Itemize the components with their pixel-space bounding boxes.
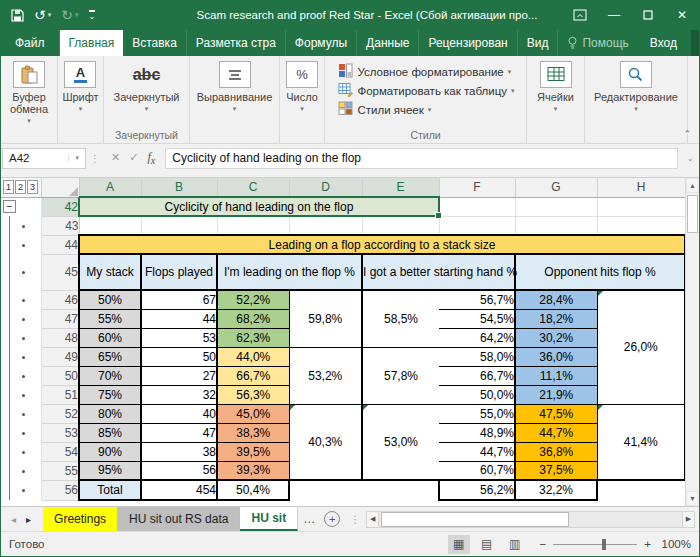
ribbon-tab-Файл[interactable]: Файл [1, 30, 60, 56]
grid-cell[interactable] [439, 197, 515, 216]
save-button[interactable] [11, 9, 24, 22]
grid-cell[interactable]: 53 [141, 328, 217, 347]
grid-cell[interactable]: 11,1% [515, 366, 597, 385]
grid-cell[interactable] [597, 480, 685, 500]
grid-cell[interactable]: 67 [141, 290, 217, 309]
grid-cell[interactable]: 53,0% [362, 404, 439, 480]
grid-cell[interactable]: 75% [79, 385, 141, 404]
grid-cell[interactable]: 44,0% [217, 347, 289, 366]
grid-cell[interactable]: 60,7% [439, 461, 515, 480]
row-header-55[interactable]: 55 [41, 461, 79, 480]
grid-cell[interactable]: 60% [79, 328, 141, 347]
grid-cell[interactable] [362, 480, 439, 500]
outline-collapse-button[interactable]: − [1, 197, 41, 216]
scroll-right-icon[interactable]: ▶ [682, 511, 695, 528]
sheet-tab-HU sit out RS data[interactable]: HU sit out RS data [118, 507, 240, 531]
grid-cell[interactable]: 32,2% [515, 480, 597, 500]
grid-cell[interactable]: 52,2% [217, 290, 289, 309]
grid-cell[interactable]: 58,0% [439, 347, 515, 366]
name-box[interactable]: A42 ▾ [2, 148, 86, 169]
outline-level-2-button[interactable]: 2 [15, 180, 26, 194]
grid-cell[interactable]: 70% [79, 366, 141, 385]
grid-cell[interactable]: 66,7% [217, 366, 289, 385]
grid-cell[interactable]: Cyclicity of hand leading on the flop [79, 197, 439, 216]
grid-cell[interactable]: 48,9% [439, 423, 515, 442]
ribbon-button-Ячейки[interactable]: Ячейки▾ [537, 61, 574, 113]
collapse-ribbon-icon[interactable]: ⌃ [683, 129, 691, 139]
ribbon-tab-Общий доступ[interactable]: Общий доступ [691, 30, 700, 56]
formula-bar-splitter[interactable]: ⋮ [90, 153, 101, 164]
grid-cell[interactable] [141, 216, 217, 235]
grid-cell[interactable] [515, 216, 597, 235]
tab-scroll-divider[interactable]: ⋮ [350, 514, 360, 525]
row-header-47[interactable]: 47 [41, 309, 79, 328]
grid-cell[interactable]: I'm leading on the flop % [217, 254, 362, 290]
sheet-tab-HU sit[interactable]: HU sit [240, 507, 298, 531]
grid-cell[interactable] [439, 216, 515, 235]
ribbon-tab-Вход[interactable]: Вход [638, 30, 689, 56]
row-header-49[interactable]: 49 [41, 347, 79, 366]
ribbon-tab-Разметка стра[interactable]: Разметка стра [187, 30, 286, 56]
row-header-48[interactable]: 48 [41, 328, 79, 347]
grid-cell[interactable]: 26,0% [597, 290, 685, 404]
insert-function-icon[interactable]: fx [147, 150, 155, 166]
column-header-B[interactable]: B [141, 178, 217, 197]
maximize-button[interactable] [631, 0, 665, 30]
grid-cell[interactable]: 66,7% [439, 366, 515, 385]
ribbon-tab-Вид[interactable]: Вид [518, 30, 559, 56]
row-header-51[interactable]: 51 [41, 385, 79, 404]
name-box-dropdown-icon[interactable]: ▾ [68, 154, 85, 162]
grid-cell[interactable]: 36,0% [515, 347, 597, 366]
grid-cell[interactable]: Flops played [141, 254, 217, 290]
grid-cell[interactable]: 40 [141, 404, 217, 423]
grid-cell[interactable]: 50,0% [439, 385, 515, 404]
close-button[interactable]: ✕ [665, 0, 699, 30]
grid-cell[interactable]: 57,8% [362, 347, 439, 404]
grid-cell[interactable]: 54,5% [439, 309, 515, 328]
ribbon-button-Редактирование[interactable]: Редактирование▾ [594, 61, 678, 113]
vertical-scrollbar[interactable]: ▲ ▼ [685, 178, 699, 506]
horizontal-scroll-thumb[interactable] [381, 512, 569, 527]
ribbon-display-options-button[interactable] [563, 0, 597, 30]
column-header-C[interactable]: C [217, 178, 289, 197]
grid-cell[interactable]: 55,0% [439, 404, 515, 423]
grid-cell[interactable]: 56,2% [439, 480, 515, 500]
ribbon-button-Шрифт[interactable]: АШрифт▾ [62, 61, 98, 113]
grid-cell[interactable]: Leading on a flop according to a stack s… [79, 235, 685, 254]
sheet-tab-…[interactable]: … [298, 507, 320, 531]
grid-cell[interactable]: 62,3% [217, 328, 289, 347]
grid-cell[interactable]: Total [79, 480, 141, 500]
grid-cell[interactable]: 40,3% [289, 404, 362, 480]
zoom-out-icon[interactable]: − [540, 538, 547, 550]
grid-cell[interactable] [217, 216, 289, 235]
ribbon-button-Буфер обмена[interactable]: Буфер обмена▾ [1, 61, 57, 125]
row-header-54[interactable]: 54 [41, 442, 79, 461]
next-sheet-icon[interactable]: ▸ [26, 514, 31, 525]
ribbon-tab-Формулы[interactable]: Формулы [286, 30, 357, 56]
grid-cell[interactable]: 38,3% [217, 423, 289, 442]
grid-cell[interactable]: 56 [141, 461, 217, 480]
ribbon-tab-Помощь[interactable]: Помощь [558, 30, 637, 56]
row-header-45[interactable]: 45 [41, 254, 79, 290]
grid-cell[interactable]: 80% [79, 404, 141, 423]
grid-cell[interactable]: 50 [141, 347, 217, 366]
column-header-A[interactable]: A [79, 178, 141, 197]
grid-cell[interactable] [515, 197, 597, 216]
grid-cell[interactable]: 41,4% [597, 404, 685, 480]
grid-cell[interactable]: 28,4% [515, 290, 597, 309]
column-header-F[interactable]: F [439, 178, 515, 197]
grid-cell[interactable]: 38 [141, 442, 217, 461]
grid-cell[interactable] [362, 216, 439, 235]
grid-cell[interactable]: 39,5% [217, 442, 289, 461]
grid-cell[interactable]: 30,2% [515, 328, 597, 347]
grid-cell[interactable]: 21,9% [515, 385, 597, 404]
page-break-view-icon[interactable]: ▥ [504, 535, 526, 554]
row-header-53[interactable]: 53 [41, 423, 79, 442]
ribbon-menu-Условное форматирование[interactable]: Условное форматирование▾ [338, 63, 511, 80]
zoom-slider-thumb[interactable] [602, 539, 606, 550]
horizontal-scroll-track[interactable] [379, 511, 682, 528]
undo-button[interactable]: ↺▾ [34, 8, 51, 22]
row-header-43[interactable]: 43 [41, 216, 79, 235]
cancel-icon[interactable]: ✕ [111, 151, 120, 164]
grid-cell[interactable]: 27 [141, 366, 217, 385]
